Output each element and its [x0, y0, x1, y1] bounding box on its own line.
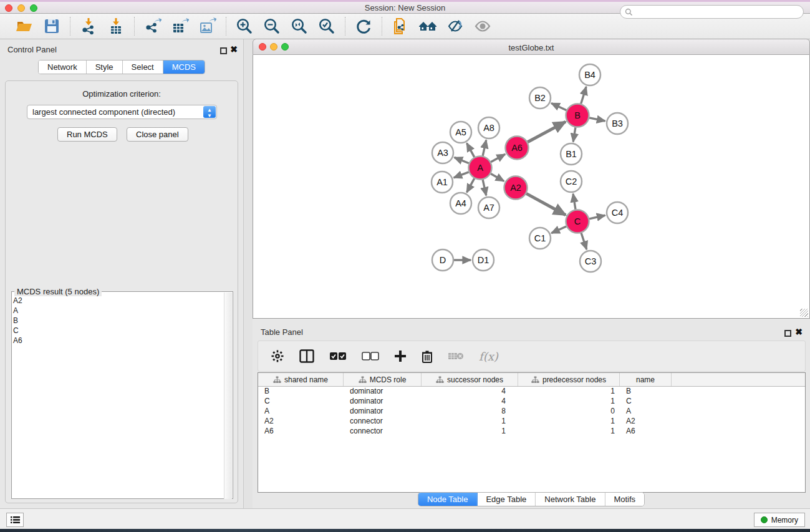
tab-network[interactable]: Network	[39, 60, 87, 74]
show-graphics-icon[interactable]	[473, 17, 492, 36]
zoom-selected-icon[interactable]	[317, 17, 336, 36]
add-row-icon[interactable]	[394, 350, 407, 362]
node-B3[interactable]: B3	[607, 113, 628, 134]
deselect-all-icon[interactable]	[362, 352, 379, 360]
import-network-icon[interactable]	[79, 17, 98, 36]
zoom-fit-icon[interactable]	[290, 17, 309, 36]
zoom-out-icon[interactable]	[263, 17, 281, 36]
network-canvas[interactable]: B4B2BB3A8A5A6A3B1AC2A1A2A4A7C4CC1C3DD1	[253, 55, 810, 319]
table-row[interactable]: Adominator80A	[258, 407, 805, 417]
result-item[interactable]: A2	[13, 296, 22, 306]
export-table-icon[interactable]	[171, 17, 190, 36]
node-A4[interactable]: A4	[450, 193, 471, 214]
open-file-icon[interactable]	[15, 17, 34, 36]
node-A1[interactable]: A1	[432, 172, 453, 193]
result-item[interactable]: B	[13, 316, 22, 326]
column-header-predecessor-nodes[interactable]: predecessor nodes	[518, 373, 620, 386]
delete-rows-icon[interactable]	[422, 350, 433, 363]
table-cell: A2	[620, 417, 672, 427]
home-view-icon[interactable]	[418, 17, 437, 36]
tab-mcds[interactable]: MCDS	[163, 60, 205, 74]
node-D1[interactable]: D1	[473, 249, 494, 271]
tab-select[interactable]: Select	[123, 60, 163, 74]
node-C1[interactable]: C1	[529, 228, 551, 249]
result-item[interactable]: A	[13, 306, 22, 316]
zoom-in-icon[interactable]	[235, 17, 254, 36]
table-row[interactable]: Cdominator41C	[258, 397, 805, 407]
memory-button[interactable]: Memory	[754, 513, 805, 527]
edge-A-A2[interactable]	[491, 174, 504, 181]
edge-A6-B[interactable]	[528, 122, 566, 142]
node-A7[interactable]: A7	[478, 197, 499, 218]
edge-B-B1[interactable]	[573, 127, 576, 142]
close-panel-button[interactable]: Close panel	[127, 127, 188, 142]
edge-A-A7[interactable]	[483, 180, 486, 195]
optimization-criterion-select[interactable]: largest connected component (directed) ▲…	[27, 105, 217, 119]
close-panel-icon[interactable]: ✖	[230, 46, 238, 53]
edge-A-A4[interactable]	[467, 178, 475, 192]
tab-network-table[interactable]: Network Table	[536, 493, 605, 506]
clone-network-icon[interactable]	[391, 17, 410, 36]
node-A6[interactable]: A6	[506, 137, 529, 160]
resize-grip-icon[interactable]	[800, 309, 808, 317]
select-all-icon[interactable]	[329, 352, 347, 360]
node-C[interactable]: C	[566, 210, 589, 233]
edge-B-B3[interactable]	[589, 118, 605, 121]
edge-C-C3[interactable]	[581, 233, 587, 249]
edge-A-A3[interactable]	[455, 157, 469, 163]
node-C3[interactable]: C3	[580, 251, 601, 272]
node-C2[interactable]: C2	[561, 171, 582, 192]
export-image-icon[interactable]	[198, 17, 217, 36]
tab-edge-table[interactable]: Edge Table	[477, 493, 536, 506]
network-window-titlebar[interactable]: testGlobe.txt	[253, 39, 810, 55]
table-row[interactable]: Bdominator41B	[258, 387, 805, 397]
table-row[interactable]: A6connector11A6	[258, 427, 805, 437]
node-A3[interactable]: A3	[432, 142, 453, 163]
edge-C-C2[interactable]	[573, 194, 576, 210]
refresh-icon[interactable]	[354, 17, 373, 36]
table-float-panel-icon[interactable]	[784, 328, 791, 339]
edge-C-C1[interactable]	[551, 226, 566, 233]
edge-B-B2[interactable]	[551, 103, 566, 110]
node-A5[interactable]: A5	[450, 122, 471, 143]
float-panel-icon[interactable]	[220, 46, 227, 57]
split-columns-icon[interactable]	[299, 349, 314, 363]
result-scrollbar[interactable]	[224, 293, 232, 499]
task-history-button[interactable]	[6, 513, 24, 527]
table-close-panel-icon[interactable]: ✖	[795, 329, 803, 336]
table-row[interactable]: A2connector11A2	[258, 417, 805, 427]
edge-A-A5[interactable]	[467, 143, 475, 157]
node-A[interactable]: A	[469, 157, 492, 180]
gear-icon[interactable]	[271, 349, 284, 363]
tab-style[interactable]: Style	[87, 60, 123, 74]
node-A2[interactable]: A2	[504, 177, 528, 200]
edge-C-C4[interactable]	[589, 215, 605, 219]
node-B2[interactable]: B2	[529, 87, 551, 109]
column-header-shared-name[interactable]: shared name	[258, 373, 344, 386]
column-header-MCDS-role[interactable]: MCDS role	[344, 373, 422, 386]
column-header-successor-nodes[interactable]: successor nodes	[422, 373, 518, 386]
result-item[interactable]: C	[13, 326, 22, 336]
hide-annotations-icon[interactable]	[446, 17, 465, 36]
export-network-icon[interactable]	[143, 17, 162, 36]
result-item[interactable]: A6	[13, 336, 22, 346]
run-mcds-button[interactable]: Run MCDS	[57, 127, 117, 142]
tab-node-table[interactable]: Node Table	[418, 493, 478, 506]
node-B4[interactable]: B4	[579, 64, 600, 85]
edge-A-A1[interactable]	[454, 172, 469, 178]
node-D[interactable]: D	[432, 249, 453, 271]
node-C4[interactable]: C4	[607, 202, 628, 223]
edge-A-A8[interactable]	[483, 140, 486, 156]
save-session-icon[interactable]	[42, 17, 61, 36]
edge-A2-C[interactable]	[526, 193, 566, 215]
import-table-icon[interactable]	[107, 17, 125, 36]
search-input[interactable]	[620, 5, 804, 19]
mcds-result-list[interactable]: A2ABCA6	[13, 296, 22, 346]
column-header-name[interactable]: name	[620, 373, 672, 386]
node-A8[interactable]: A8	[478, 117, 499, 138]
node-B[interactable]: B	[566, 104, 589, 127]
node-B1[interactable]: B1	[561, 143, 582, 165]
edge-B-B4[interactable]	[581, 87, 586, 104]
tab-motifs[interactable]: Motifs	[605, 493, 644, 506]
edge-A-A6[interactable]	[491, 154, 505, 162]
